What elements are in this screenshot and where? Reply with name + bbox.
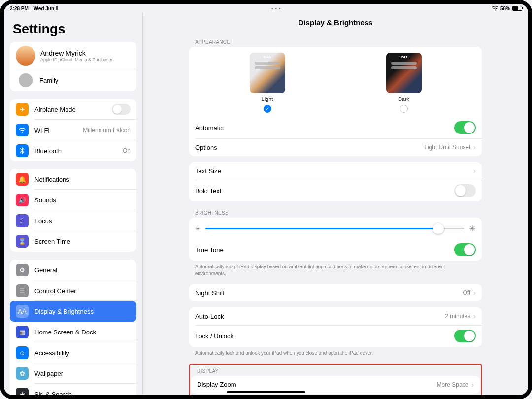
row-value: Off xyxy=(463,289,471,296)
row-label: Wallpaper xyxy=(34,370,63,377)
controlcenter-row[interactable]: ☰Control Center xyxy=(10,280,136,301)
notifications-row[interactable]: 🔔Notifications xyxy=(10,169,136,190)
grid-icon: ▦ xyxy=(16,326,29,338)
gear-icon: ⚙ xyxy=(16,264,29,276)
light-thumb xyxy=(250,53,285,93)
bluetooth-row[interactable]: Bluetooth On xyxy=(10,140,136,161)
wifi-row[interactable]: Wi-Fi Millennium Falcon xyxy=(10,120,136,140)
family-label: Family xyxy=(39,77,58,84)
apple-id-row[interactable]: Andrew Myrick Apple ID, iCloud, Media & … xyxy=(10,42,136,69)
light-label: Light xyxy=(262,96,273,102)
brightness-header: Brightness xyxy=(189,207,482,218)
wifi-icon xyxy=(492,6,499,11)
moon-icon: ☾ xyxy=(16,214,29,227)
aa-icon: AA xyxy=(16,305,29,318)
focus-row[interactable]: ☾Focus xyxy=(10,210,136,231)
siri-row[interactable]: ◉Siri & Search xyxy=(10,384,136,395)
sun-small-icon: ☀ xyxy=(195,225,200,232)
row-label: Options xyxy=(195,144,217,151)
row-label: Night Shift xyxy=(195,289,225,297)
sidebar-title: Settings xyxy=(13,22,133,37)
user-subtitle: Apple ID, iCloud, Media & Purchases xyxy=(40,57,113,62)
truetone-row[interactable]: True Tone xyxy=(189,239,482,261)
chevron-right-icon: › xyxy=(473,167,476,175)
row-label: Airplane Mode xyxy=(34,106,76,113)
row-label: Auto-Lock xyxy=(195,313,224,320)
row-label: General xyxy=(34,266,57,274)
display-header: Display xyxy=(191,366,480,376)
chevron-right-icon: › xyxy=(473,312,476,320)
bluetooth-icon xyxy=(16,144,29,157)
battery-icon xyxy=(512,6,522,11)
family-row[interactable]: Family xyxy=(10,69,136,91)
detail-pane: Display & Brightness Appearance Light ✓ … xyxy=(143,13,528,395)
light-mode-option[interactable]: Light ✓ xyxy=(250,53,285,113)
lockunlock-footer: Automatically lock and unlock your iPad … xyxy=(189,347,482,358)
row-label: Notifications xyxy=(34,176,69,183)
row-label: True Tone xyxy=(195,246,224,254)
row-label: Sounds xyxy=(34,197,56,204)
textsize-row[interactable]: Text Size › xyxy=(189,162,482,180)
truetone-footer: Automatically adapt iPad display based o… xyxy=(189,261,482,278)
display-brightness-row[interactable]: AADisplay & Brightness xyxy=(10,301,136,322)
speaker-icon: 🔊 xyxy=(16,194,29,206)
brightness-slider[interactable] xyxy=(205,228,464,229)
row-value: More Space xyxy=(437,381,469,388)
automatic-toggle[interactable] xyxy=(454,121,476,134)
general-row[interactable]: ⚙General xyxy=(10,260,136,280)
row-label: Focus xyxy=(34,217,52,225)
truetone-toggle[interactable] xyxy=(454,243,476,256)
multitask-dots[interactable]: ••• xyxy=(62,6,492,11)
user-name: Andrew Myrick xyxy=(40,49,113,57)
dark-mode-option[interactable]: Dark xyxy=(386,53,422,113)
row-value: On xyxy=(123,147,131,154)
automatic-row[interactable]: Automatic xyxy=(189,117,482,138)
homescreen-row[interactable]: ▦Home Screen & Dock xyxy=(10,322,136,342)
row-label: Bold Text xyxy=(195,187,221,195)
wallpaper-row[interactable]: ✿Wallpaper xyxy=(10,363,136,384)
lockunlock-row[interactable]: Lock / Unlock xyxy=(189,325,482,347)
row-value: 2 minutes xyxy=(445,313,470,320)
screentime-row[interactable]: ⌛Screen Time xyxy=(10,231,136,252)
family-avatar xyxy=(19,73,33,87)
autolock-row[interactable]: Auto-Lock 2 minutes › xyxy=(189,307,482,325)
brightness-slider-row: ☀ ☀ xyxy=(189,218,482,239)
row-label: Screen Time xyxy=(34,238,70,245)
status-time: 2:28 PM xyxy=(10,6,29,11)
wifi-icon xyxy=(16,124,29,136)
display-zoom-highlight: Display Display Zoom More Space › Choose… xyxy=(189,364,482,396)
row-label: Siri & Search xyxy=(34,391,72,396)
settings-sidebar: Settings Andrew Myrick Apple ID, iCloud,… xyxy=(4,13,143,395)
row-label: Bluetooth xyxy=(34,147,62,155)
siri-icon: ◉ xyxy=(16,388,29,395)
appearance-header: Appearance xyxy=(189,36,482,47)
boldtext-row[interactable]: Bold Text xyxy=(189,180,482,201)
boldtext-toggle[interactable] xyxy=(454,184,476,197)
dark-label: Dark xyxy=(398,96,409,102)
nightshift-row[interactable]: Night Shift Off › xyxy=(189,284,482,301)
general-group: ⚙General ☰Control Center AADisplay & Bri… xyxy=(10,260,136,395)
airplane-mode-row[interactable]: ✈ Airplane Mode xyxy=(10,99,136,120)
status-date: Wed Jun 8 xyxy=(34,6,59,11)
dark-radio[interactable] xyxy=(400,105,408,113)
chevron-right-icon: › xyxy=(473,289,476,297)
row-label: Wi-Fi xyxy=(34,127,49,134)
row-label: Control Center xyxy=(34,287,76,295)
light-radio[interactable]: ✓ xyxy=(264,105,271,113)
sounds-row[interactable]: 🔊Sounds xyxy=(10,190,136,210)
dark-thumb xyxy=(386,53,422,93)
home-indicator[interactable] xyxy=(227,391,305,393)
hourglass-icon: ⌛ xyxy=(16,235,29,248)
displayzoom-footer: Choose a view for iPad. Zoomed shows lar… xyxy=(191,394,480,396)
alerts-group: 🔔Notifications 🔊Sounds ☾Focus ⌛Screen Ti… xyxy=(10,169,136,252)
options-row[interactable]: Options Light Until Sunset › xyxy=(189,138,482,156)
row-label: Automatic xyxy=(195,124,224,132)
accessibility-row[interactable]: ☺Accessibility xyxy=(10,342,136,363)
detail-title: Display & Brightness xyxy=(143,13,528,31)
lockunlock-toggle[interactable] xyxy=(454,330,476,342)
slider-knob[interactable] xyxy=(433,223,444,234)
status-bar: 2:28 PM Wed Jun 8 ••• 58% xyxy=(4,4,528,13)
airplane-icon: ✈ xyxy=(16,103,29,116)
airplane-toggle[interactable] xyxy=(112,104,131,115)
avatar xyxy=(16,46,35,66)
